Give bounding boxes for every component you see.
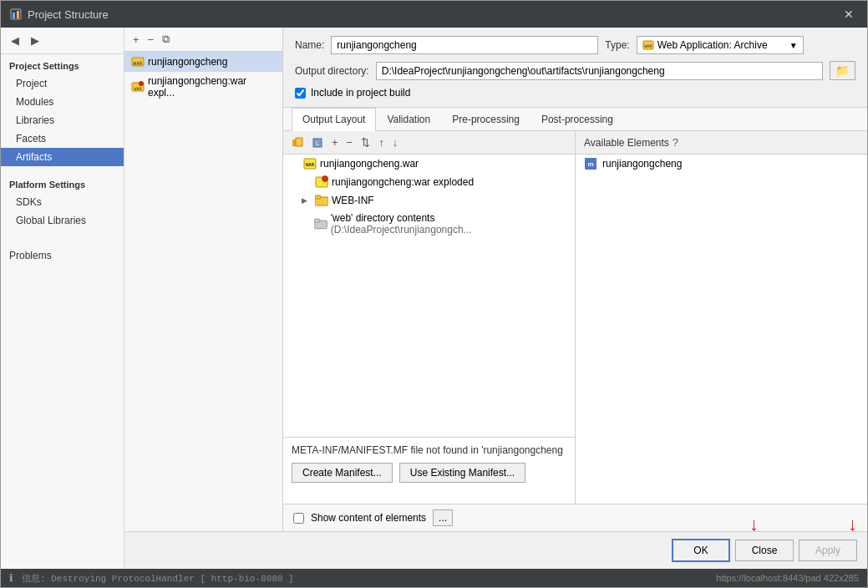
apply-button[interactable]: Apply [799, 540, 857, 561]
remove-artifact-button[interactable]: − [145, 32, 158, 48]
sidebar-item-problems[interactable]: Problems [1, 243, 124, 265]
project-settings-header: Project Settings [1, 54, 124, 74]
show-content-label[interactable]: Show content of elements [311, 512, 426, 524]
available-item-runjiangongcheng[interactable]: m runjiangongcheng [576, 155, 867, 173]
svg-rect-1 [13, 13, 15, 18]
sidebar-item-libraries[interactable]: Libraries [1, 111, 124, 129]
exploded-icon [315, 175, 328, 189]
sidebar-item-project[interactable]: Project [1, 74, 124, 93]
message-text: META-INF/MANIFEST.MF file not found in '… [292, 444, 566, 456]
directories-icon [292, 137, 303, 149]
include-in-build-label[interactable]: Include in project build [311, 87, 410, 99]
svg-text:WAR: WAR [644, 43, 652, 48]
help-icon[interactable]: ? [673, 136, 678, 149]
svg-text:WAR: WAR [134, 86, 142, 91]
ok-button[interactable]: OK [672, 539, 730, 562]
available-item-label: runjiangongcheng [602, 158, 682, 170]
back-button[interactable]: ◀ [8, 33, 23, 48]
artifact-item-runjiangongcheng[interactable]: WAR runjiangongcheng [124, 52, 282, 72]
use-existing-manifest-button[interactable]: Use Existing Manifest... [399, 463, 525, 483]
tree-item-webinf[interactable]: ▶ WEB-INF [283, 191, 575, 210]
folder-gray-icon [314, 217, 327, 231]
sidebar-item-sdks[interactable]: SDKs [1, 193, 124, 211]
tab-pre-processing[interactable]: Pre-processing [441, 108, 530, 130]
show-libraries-button[interactable]: L [308, 135, 327, 150]
create-manifest-button[interactable]: Create Manifest... [292, 463, 393, 483]
svg-rect-19 [315, 195, 321, 199]
libraries-icon: L [312, 137, 323, 149]
status-right-text: https://localhost:8443/pad 422x285 [716, 573, 859, 583]
folder-icon [315, 194, 328, 207]
status-icon: ℹ [9, 572, 13, 584]
sidebar-item-modules[interactable]: Modules [1, 93, 124, 111]
type-label: Type: [605, 39, 629, 51]
tab-validation[interactable]: Validation [376, 108, 441, 130]
sidebar-item-facets[interactable]: Facets [1, 129, 124, 148]
name-input[interactable] [331, 36, 598, 54]
sidebar-item-global-libraries[interactable]: Global Libraries [1, 211, 124, 230]
arrow-ok-indicator: ↓ [749, 515, 759, 534]
svg-text:L: L [316, 140, 319, 146]
three-dots-button[interactable]: ... [433, 509, 453, 526]
tab-output-layout[interactable]: Output Layout [292, 108, 376, 131]
forward-button[interactable]: ▶ [28, 33, 43, 48]
output-dir-label: Output directory: [295, 65, 369, 77]
svg-text:m: m [587, 160, 593, 168]
available-elements-tree: m runjiangongcheng [576, 155, 867, 504]
available-elements-label: Available Elements [584, 137, 669, 149]
type-value: Web Application: Archive [657, 39, 786, 51]
tree-expand-webinf[interactable]: ▶ [302, 196, 312, 205]
svg-rect-2 [17, 11, 19, 18]
tree-item-webdir[interactable]: 'web' directory contents (D:\IdeaProject… [283, 210, 575, 238]
svg-rect-0 [11, 9, 21, 19]
tree-item-war-label: runjiangongcheng.war [320, 158, 419, 170]
svg-text:WAR: WAR [134, 60, 143, 66]
artifact-exploded-label: runjiangongcheng:war expl... [148, 75, 276, 99]
tab-post-processing[interactable]: Post-processing [530, 108, 624, 130]
close-button[interactable]: Close [735, 540, 794, 561]
include-in-build-checkbox[interactable] [295, 88, 306, 99]
message-area: META-INF/MANIFEST.MF file not found in '… [283, 437, 575, 504]
bottom-bar: Show content of elements ... [283, 504, 867, 531]
svg-rect-11 [296, 138, 302, 146]
add-element-button[interactable]: + [328, 134, 342, 150]
artifacts-list: + − ⧉ WAR runjiangongcheng [124, 28, 283, 531]
sidebar-item-artifacts[interactable]: Artifacts [1, 148, 124, 166]
status-bar: ℹ 信息: Destroying ProtocolHandler [ http-… [1, 569, 867, 587]
window-title: Project Structure [28, 8, 839, 21]
artifact-item-war-exploded[interactable]: WAR runjiangongcheng:war expl... [124, 72, 282, 102]
folder-icon: 📁 [835, 64, 850, 77]
move-up-button[interactable]: ↑ [375, 134, 388, 150]
tree-item-webinf-label: WEB-INF [332, 195, 374, 206]
window-icon [9, 8, 23, 21]
war-file-icon: WAR [303, 157, 317, 170]
move-down-button[interactable]: ↓ [389, 134, 402, 150]
remove-element-button[interactable]: − [343, 134, 357, 150]
add-artifact-button[interactable]: + [129, 32, 143, 48]
type-select[interactable]: WAR Web Application: Archive ▼ [637, 36, 804, 54]
sort-button[interactable]: ⇅ [358, 134, 373, 150]
artifact-war-icon: WAR [131, 55, 145, 68]
detail-panel: Name: Type: WAR Web Application: Archive… [283, 28, 867, 531]
svg-rect-21 [314, 219, 320, 222]
copy-artifact-button[interactable]: ⧉ [159, 31, 173, 48]
tree-item-exploded[interactable]: runjiangongcheng:war exploded [283, 173, 575, 191]
close-window-button[interactable]: ✕ [839, 6, 859, 23]
name-label: Name: [295, 39, 324, 51]
output-tree: WAR runjiangongcheng.war [283, 155, 575, 437]
type-dropdown-arrow: ▼ [789, 41, 798, 50]
artifacts-toolbar: + − ⧉ [124, 28, 282, 52]
show-content-checkbox[interactable] [293, 513, 304, 524]
output-tree-panel: L + − ⇅ ↑ ↓ [283, 131, 576, 504]
output-dir-browse-button[interactable]: 📁 [830, 61, 855, 80]
tree-item-webdir-suffix: (D:\IdeaProject\runjiangongch... [331, 224, 472, 236]
available-elements-panel: Available Elements ? m [576, 131, 867, 504]
tree-item-war[interactable]: WAR runjiangongcheng.war [283, 155, 575, 173]
svg-text:WAR: WAR [306, 162, 315, 167]
show-directories-button[interactable] [288, 135, 307, 150]
platform-settings-header: Platform Settings [1, 173, 124, 193]
output-dir-input[interactable] [376, 62, 823, 80]
tab-content: L + − ⇅ ↑ ↓ [283, 131, 867, 531]
tree-item-exploded-label: runjiangongcheng:war exploded [332, 176, 474, 188]
status-text: 信息: Destroying ProtocolHandler [ http-bi… [22, 572, 294, 585]
